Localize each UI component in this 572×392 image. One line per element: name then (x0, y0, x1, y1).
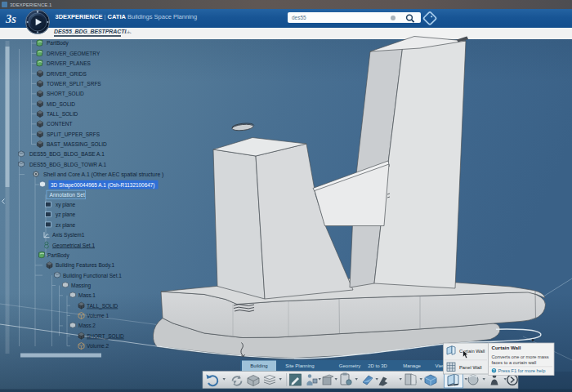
svg-text:Panel Wall: Panel Wall (459, 365, 482, 370)
svg-text:SHORT_SOLID: SHORT_SOLID (87, 333, 124, 340)
svg-text:BAST_MASSING_SOLID: BAST_MASSING_SOLID (47, 141, 107, 148)
svg-text:DES55_BDG_BLDG_BASE A.1: DES55_BDG_BLDG_BASE A.1 (29, 151, 105, 158)
svg-text:DES55_BDG_BLDG_TOWR A.1: DES55_BDG_BLDG_TOWR A.1 (29, 162, 107, 168)
svg-text:MID_SOLID: MID_SOLID (47, 101, 75, 108)
svg-text:Geometry: Geometry (339, 363, 360, 368)
svg-text:TALL_SOLID: TALL_SOLID (87, 303, 118, 310)
svg-text:Manage: Manage (403, 363, 421, 368)
svg-text:Mass.1: Mass.1 (78, 292, 96, 298)
svg-text:Geometrical Set.1: Geometrical Set.1 (52, 243, 95, 248)
svg-text:PartBody: PartBody (47, 252, 69, 259)
svg-text:Shell and Core A.1 (Other AEC: Shell and Core A.1 (Other AEC spatial st… (43, 172, 163, 178)
svg-text:yz plane: yz plane (56, 212, 76, 218)
svg-text:faces to a curtain wall: faces to a curtain wall (492, 360, 537, 365)
svg-text:zx plane: zx plane (56, 222, 76, 229)
svg-text:DRIVER_PLANES: DRIVER_PLANES (47, 60, 91, 67)
svg-text:CONTENT: CONTENT (47, 121, 72, 127)
svg-text:TALL_SOLID: TALL_SOLID (47, 111, 78, 118)
svg-text:Volume.2: Volume.2 (87, 343, 109, 349)
svg-text:PartBody: PartBody (47, 40, 69, 47)
svg-text:xy plane: xy plane (56, 202, 76, 208)
svg-text:SPLIT_UPPER_SRFS: SPLIT_UPPER_SRFS (47, 131, 101, 138)
svg-text:Curtain Wall: Curtain Wall (492, 345, 521, 350)
svg-text:DRIVER_GRIDS: DRIVER_GRIDS (47, 71, 87, 78)
svg-text:SHORT_SOLID: SHORT_SOLID (47, 91, 84, 97)
svg-text:3D Shape00044965 A.1 (Osh-R113: 3D Shape00044965 A.1 (Osh-R1132100647) (51, 182, 154, 189)
svg-text:TOWER_SPLIT_SRFS: TOWER_SPLIT_SRFS (47, 81, 101, 87)
svg-text:Axis System1: Axis System1 (52, 232, 85, 238)
svg-text:Mass.2: Mass.2 (78, 323, 96, 328)
svg-text:Converts one or more mass: Converts one or more mass (492, 354, 549, 359)
svg-text:Press F1 for more help: Press F1 for more help (498, 368, 546, 373)
svg-text:Building: Building (250, 363, 267, 368)
svg-text:2D to 3D: 2D to 3D (368, 363, 387, 368)
svg-text:Building Functional Set.1: Building Functional Set.1 (63, 273, 122, 279)
svg-text:Site Planning: Site Planning (285, 363, 314, 368)
svg-text:Annotation Set: Annotation Set (50, 192, 85, 198)
svg-text:DRIVER_GEOMETRY: DRIVER_GEOMETRY (47, 51, 101, 57)
svg-text:Building Features Body.1: Building Features Body.1 (56, 262, 115, 269)
svg-text:Massing: Massing (71, 283, 92, 289)
svg-text:Volume.1: Volume.1 (87, 313, 109, 318)
